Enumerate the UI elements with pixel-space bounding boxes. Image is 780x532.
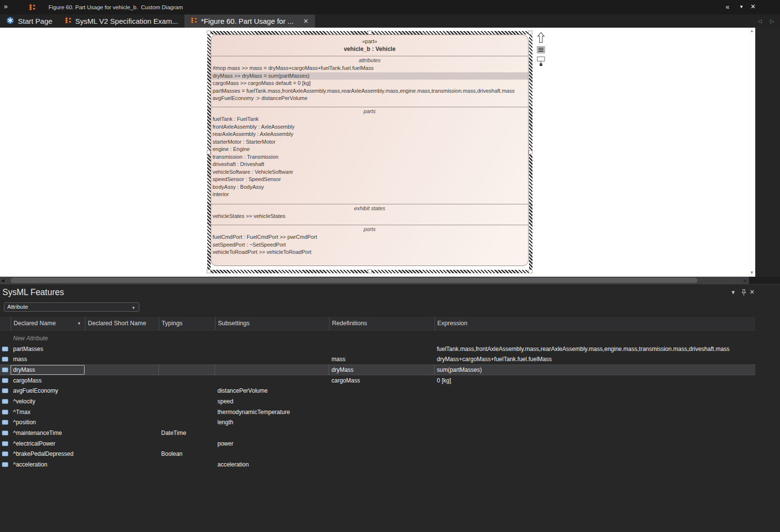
cell-typings[interactable] — [159, 375, 215, 386]
resize-handle[interactable] — [207, 269, 211, 273]
cell-expression[interactable]: sum(partMasses) — [434, 365, 755, 375]
scroll-right-icon[interactable]: ▶ — [744, 278, 747, 283]
scrollbar-thumb[interactable] — [11, 278, 697, 283]
cell-declared-short-name[interactable] — [85, 385, 159, 396]
resize-handle[interactable] — [207, 31, 211, 34]
cell-declared-name[interactable]: ^electricalPower — [11, 438, 85, 449]
diagram-feature-row[interactable]: vehicleSoftware : VehicleSoftware — [211, 168, 528, 176]
cell-redefinitions[interactable] — [329, 428, 434, 438]
cell-typings[interactable]: DateTime — [159, 428, 215, 438]
resize-handle[interactable] — [207, 150, 211, 154]
resize-handle[interactable] — [529, 31, 532, 34]
diagram-feature-row[interactable]: transmission : Transmission — [211, 153, 528, 161]
cell-declared-short-name[interactable] — [85, 365, 159, 375]
diagram-feature-row[interactable]: partMasses = fuelTank.mass,frontAxleAsse… — [211, 87, 528, 95]
cell-typings[interactable] — [159, 438, 215, 449]
diagram-feature-row[interactable]: avgFuelEconomy :> distancePerVolume — [211, 95, 528, 102]
column-header-subsettings[interactable]: Subsettings — [215, 317, 329, 330]
diagram-feature-row[interactable]: vehicleToRoadPort >> vehicleToRoadPort — [211, 249, 528, 256]
resize-handle[interactable] — [529, 269, 532, 273]
new-attribute-placeholder[interactable]: New Attribute — [11, 333, 85, 344]
cell-expression[interactable] — [434, 385, 755, 396]
cell-typings[interactable] — [159, 385, 215, 396]
cell-expression[interactable] — [434, 459, 755, 470]
diagram-feature-row[interactable]: fuelTank : FuelTank — [211, 116, 528, 123]
table-row[interactable]: mass mass dryMass+cargoMass+fuelTank.fue… — [0, 354, 755, 365]
scroll-down-icon[interactable]: ▼ — [750, 270, 754, 275]
tab-close-icon[interactable]: ✕ — [303, 17, 309, 25]
cell-subsettings[interactable]: speed — [215, 396, 329, 407]
cell-subsettings[interactable]: distancePerVolume — [215, 385, 329, 396]
cell-declared-name[interactable]: partMasses — [11, 344, 85, 354]
cell-expression[interactable] — [434, 407, 755, 417]
table-row[interactable]: ^electricalPower power — [0, 438, 755, 449]
cell-declared-name[interactable]: ^brakePedalDepressed — [11, 449, 85, 460]
window-menu-icon[interactable]: ▼ — [739, 4, 744, 9]
table-row[interactable]: ^acceleration acceleration — [0, 459, 755, 470]
table-row[interactable]: ^Tmax thermodynamicTemperature — [0, 407, 755, 417]
nav-forward-icon[interactable]: ▷ — [770, 18, 774, 24]
cell-redefinitions[interactable] — [329, 438, 434, 449]
cell-expression[interactable]: fuelTank.mass,frontAxleAssembly.mass,rea… — [434, 344, 755, 354]
cell-declared-short-name[interactable] — [85, 375, 159, 386]
diagram-feature-row[interactable]: fuelCmdPort : FuelCmdPort >> pwrCmdPort — [211, 233, 528, 241]
cell-declared-short-name[interactable] — [85, 407, 159, 417]
tab-figure-60-part-usage-for[interactable]: *Figure 60. Part Usage for ... ✕ — [184, 15, 315, 28]
cell-typings[interactable] — [159, 365, 215, 375]
cell-subsettings[interactable] — [215, 375, 329, 386]
cell-declared-name[interactable]: ^position — [11, 417, 85, 428]
diagram-feature-row[interactable]: cargoMass >> cargoMass default = 0 [kg] — [211, 80, 528, 87]
diagram-feature-row[interactable]: engine : Engine — [211, 146, 528, 153]
cell-redefinitions[interactable]: cargoMass — [329, 375, 434, 386]
cell-typings[interactable] — [159, 344, 215, 354]
diagram-feature-row[interactable]: rearAxleAssembly : AxleAssembly — [211, 131, 528, 138]
table-row[interactable]: ^velocity speed — [0, 396, 755, 407]
cell-declared-short-name[interactable] — [85, 354, 159, 365]
feature-type-dropdown[interactable]: Attribute ▼ — [4, 302, 139, 312]
column-header-declared-short-name[interactable]: Declared Short Name — [85, 317, 159, 330]
scroll-left-icon[interactable]: ◀ — [1, 278, 4, 283]
cell-redefinitions[interactable] — [329, 344, 434, 354]
cell-declared-short-name[interactable] — [85, 428, 159, 438]
cell-declared-name[interactable]: mass — [11, 354, 85, 365]
cell-subsettings[interactable]: length — [215, 417, 329, 428]
diagram-feature-row[interactable]: #mop mass >> mass = dryMass+cargoMass+fu… — [211, 65, 528, 72]
cell-subsettings[interactable] — [215, 344, 329, 354]
table-row[interactable]: partMasses fuelTank.mass,frontAxleAssemb… — [0, 344, 755, 354]
cell-expression[interactable] — [434, 449, 755, 460]
cell-declared-short-name[interactable] — [85, 438, 159, 449]
table-row[interactable]: ^maintenanceTime DateTime — [0, 428, 755, 438]
cell-redefinitions[interactable] — [329, 407, 434, 417]
cell-typings[interactable]: Boolean — [159, 449, 215, 460]
diagram-feature-row[interactable]: speedSensor : SpeedSensor — [211, 176, 528, 183]
column-header-expression[interactable]: Expression — [434, 317, 755, 330]
nav-back-icon[interactable]: ◁ — [758, 18, 762, 24]
cell-declared-name[interactable]: ^Tmax — [11, 407, 85, 417]
cell-expression[interactable]: 0 [kg] — [434, 375, 755, 386]
cell-subsettings[interactable]: thermodynamicTemperature — [215, 407, 329, 417]
compartments-tool-icon[interactable] — [537, 46, 545, 53]
table-row[interactable]: avgFuelEconomy distancePerVolume — [0, 385, 755, 396]
cell-redefinitions[interactable] — [329, 459, 434, 470]
column-header-redefinitions[interactable]: Redefinitions — [329, 317, 434, 330]
cell-declared-short-name[interactable] — [85, 344, 159, 354]
cell-subsettings[interactable] — [215, 354, 329, 365]
cell-expression[interactable] — [434, 438, 755, 449]
cell-redefinitions[interactable]: dryMass — [329, 365, 434, 375]
window-close-icon[interactable]: ✕ — [750, 3, 756, 10]
table-row[interactable]: dryMass dryMass sum(partMasses) — [0, 365, 755, 375]
new-attribute-row[interactable]: New Attribute — [0, 333, 755, 344]
cell-declared-name[interactable]: ^maintenanceTime — [11, 428, 85, 438]
cell-expression[interactable] — [434, 428, 755, 438]
cell-subsettings[interactable] — [215, 428, 329, 438]
tab-start-page[interactable]: Start Page — [0, 15, 59, 28]
cell-declared-short-name[interactable] — [85, 459, 159, 470]
cell-redefinitions[interactable] — [329, 385, 434, 396]
cell-redefinitions[interactable]: mass — [329, 354, 434, 365]
resize-handle[interactable] — [368, 269, 372, 273]
cell-redefinitions[interactable] — [329, 449, 434, 460]
cell-subsettings[interactable]: acceleration — [215, 459, 329, 470]
navigate-up-tool-icon[interactable] — [537, 32, 545, 43]
column-header-typings[interactable]: Typings — [159, 317, 215, 330]
port-tool-icon[interactable] — [537, 56, 545, 66]
